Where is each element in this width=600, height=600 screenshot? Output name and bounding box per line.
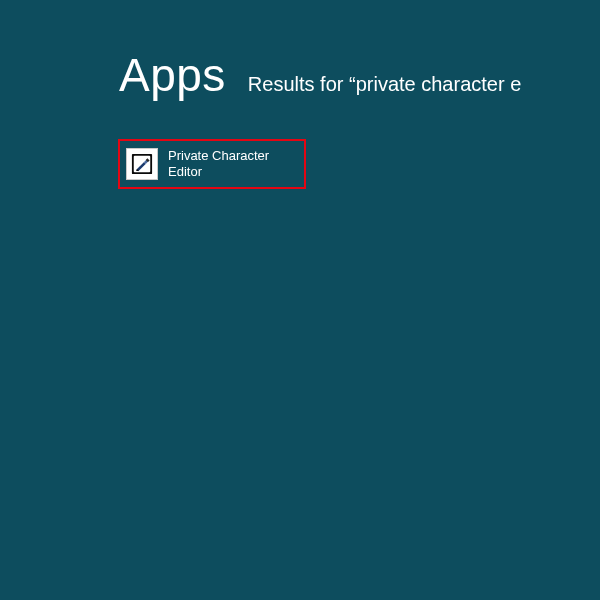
header: Apps Results for “private character e	[119, 48, 521, 102]
tile-label: Private Character Editor	[168, 148, 288, 180]
page-title: Apps	[119, 48, 226, 102]
eudcedit-icon	[126, 148, 158, 180]
results-subtitle: Results for “private character e	[248, 73, 521, 96]
search-result-tile[interactable]: Private Character Editor	[118, 139, 306, 189]
